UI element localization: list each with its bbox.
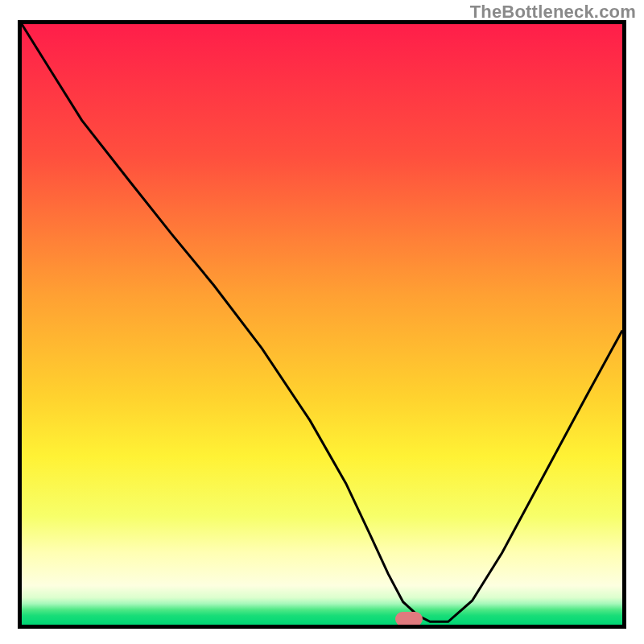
watermark-text: TheBottleneck.com	[470, 2, 636, 23]
plot-frame	[18, 20, 626, 629]
optimum-marker	[395, 612, 423, 626]
chart-stage: TheBottleneck.com	[0, 0, 644, 644]
plot-svg	[22, 24, 622, 625]
gradient-background	[22, 24, 622, 625]
